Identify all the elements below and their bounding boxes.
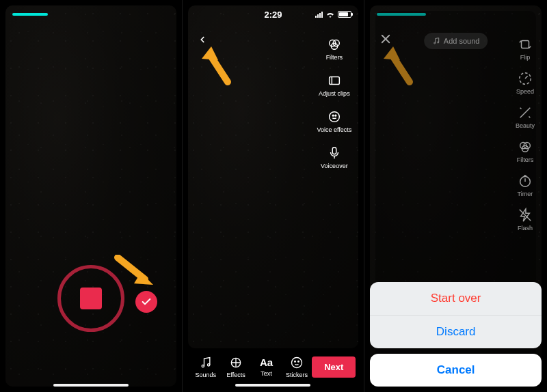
music-note-icon xyxy=(432,37,440,45)
discard-button[interactable]: Discard xyxy=(370,315,542,348)
status-indicators xyxy=(315,11,351,18)
music-note-icon xyxy=(199,356,213,369)
sparkle-icon xyxy=(518,105,533,120)
edit-side-tools: Filters Adjust clips Voice effects Voice… xyxy=(317,37,351,169)
label: Add sound xyxy=(444,37,480,45)
confirm-button[interactable] xyxy=(135,291,157,313)
mic-icon xyxy=(327,145,342,160)
label: Filters xyxy=(326,54,343,61)
svg-point-16 xyxy=(295,361,296,362)
close-icon xyxy=(379,33,392,45)
add-sound-button[interactable]: Add sound xyxy=(424,33,488,49)
status-bar: 2:29 xyxy=(195,11,352,18)
label: Sounds xyxy=(196,372,217,378)
flash-tool[interactable]: Flash xyxy=(516,208,535,232)
recording-progress xyxy=(377,13,426,16)
svg-point-21 xyxy=(437,42,438,43)
label: Voice effects xyxy=(317,126,351,133)
text-tool[interactable]: Aa Text xyxy=(251,356,281,377)
recording-screen xyxy=(0,0,183,392)
label: Flash xyxy=(518,225,533,232)
home-indicator xyxy=(235,384,310,387)
back-button[interactable] xyxy=(198,33,207,49)
beauty-tool[interactable]: Beauty xyxy=(516,105,535,129)
text-icon: Aa xyxy=(260,356,273,368)
effects-icon xyxy=(229,356,243,369)
record-stop-button[interactable] xyxy=(57,265,124,332)
timer-tool[interactable]: Timer xyxy=(516,173,535,197)
flip-icon xyxy=(518,37,533,52)
home-indicator xyxy=(53,384,129,387)
voiceover-tool[interactable]: Voiceover xyxy=(317,145,351,169)
discard-prompt-screen: Add sound Flip Speed Beauty Filters xyxy=(364,0,547,392)
label: Voiceover xyxy=(321,163,348,169)
voice-effects-tool[interactable]: Voice effects xyxy=(317,109,351,133)
svg-point-27 xyxy=(520,177,531,187)
svg-point-17 xyxy=(298,361,299,362)
cancel-button[interactable]: Cancel xyxy=(370,354,542,387)
speed-icon xyxy=(518,71,533,86)
signal-icon xyxy=(315,11,323,18)
stop-icon xyxy=(80,288,102,309)
timer-icon xyxy=(518,173,533,188)
voice-effects-icon xyxy=(327,109,342,124)
svg-rect-22 xyxy=(521,41,529,48)
filters-icon xyxy=(327,37,342,52)
label: Text xyxy=(261,370,272,377)
annotation-arrow-3 xyxy=(381,46,418,87)
filters-icon xyxy=(518,139,533,154)
svg-point-15 xyxy=(291,357,302,367)
camera-viewport xyxy=(5,5,176,387)
label: Filters xyxy=(517,156,534,163)
label: Flip xyxy=(520,54,531,61)
svg-point-9 xyxy=(335,115,336,116)
label: Speed xyxy=(516,88,534,95)
label: Beauty xyxy=(516,122,535,129)
stickers-tool[interactable]: Stickers xyxy=(282,356,312,378)
wifi-icon xyxy=(325,11,335,18)
filters-tool[interactable]: Filters xyxy=(516,139,535,163)
sounds-tool[interactable]: Sounds xyxy=(191,356,221,378)
recording-progress xyxy=(12,13,48,16)
label: Adjust clips xyxy=(319,90,350,97)
adjust-clips-icon xyxy=(327,73,342,88)
capture-side-tools: Flip Speed Beauty Filters Timer xyxy=(516,37,535,232)
label: Effects xyxy=(227,372,245,378)
annotation-arrow-2 xyxy=(199,46,237,87)
filters-tool[interactable]: Filters xyxy=(317,37,351,61)
camera-viewport: 2:29 Filters xyxy=(188,5,359,348)
effects-tool[interactable]: Effects xyxy=(221,356,251,378)
edit-screen: 2:29 Filters xyxy=(183,0,365,392)
status-time: 2:29 xyxy=(264,10,282,20)
svg-point-13 xyxy=(207,363,209,365)
adjust-clips-tool[interactable]: Adjust clips xyxy=(317,73,351,97)
start-over-button[interactable]: Start over xyxy=(370,282,542,315)
battery-icon xyxy=(338,11,351,18)
flash-off-icon xyxy=(518,208,533,223)
svg-point-12 xyxy=(202,365,204,367)
svg-marker-0 xyxy=(134,272,153,285)
label: Stickers xyxy=(286,372,308,378)
chevron-left-icon xyxy=(198,33,207,46)
close-button[interactable] xyxy=(379,33,392,48)
label: Timer xyxy=(518,191,533,197)
next-button[interactable]: Next xyxy=(312,356,356,378)
speed-tool[interactable]: Speed xyxy=(516,71,535,95)
check-icon xyxy=(141,296,152,307)
svg-point-7 xyxy=(330,112,340,122)
svg-point-8 xyxy=(332,115,334,116)
svg-rect-5 xyxy=(330,77,340,85)
sticker-icon xyxy=(290,356,304,369)
discard-action-sheet: Start over Discard Cancel xyxy=(370,282,542,387)
svg-rect-10 xyxy=(332,148,336,154)
svg-point-20 xyxy=(433,42,435,44)
flip-tool[interactable]: Flip xyxy=(516,37,535,61)
svg-marker-32 xyxy=(384,46,400,60)
